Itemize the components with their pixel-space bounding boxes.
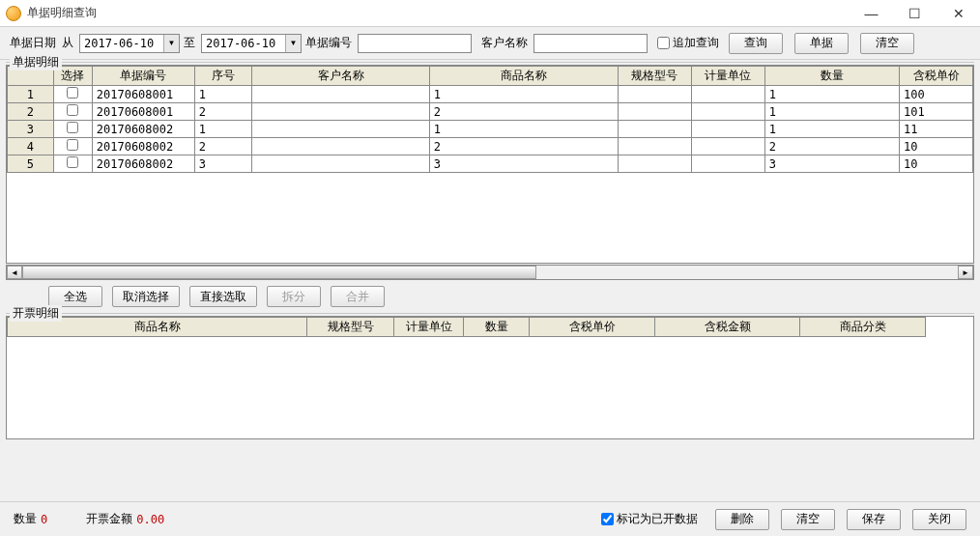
select-all-button[interactable]: 全选 <box>48 286 102 307</box>
cell-seq[interactable]: 2 <box>194 103 252 121</box>
date-to-input[interactable] <box>202 35 285 52</box>
col-unit[interactable]: 计量单位 <box>691 67 764 86</box>
maximize-button[interactable]: ☐ <box>893 0 937 27</box>
cell-qty[interactable]: 3 <box>764 155 899 173</box>
cell-docno[interactable]: 20170608001 <box>92 86 194 103</box>
date-to-dropdown-icon[interactable]: ▼ <box>285 35 301 52</box>
cell-qty[interactable]: 1 <box>764 121 899 138</box>
cell-customer[interactable] <box>252 155 429 173</box>
invoice-grid[interactable]: 商品名称 规格型号 计量单位 数量 含税单价 含税金额 商品分类 <box>6 316 974 439</box>
mark-check-input[interactable] <box>601 513 614 525</box>
cell-unit[interactable] <box>691 103 764 121</box>
inv-col-category[interactable]: 商品分类 <box>800 318 926 337</box>
cell-spec[interactable] <box>618 103 691 121</box>
doc-button[interactable]: 单据 <box>794 33 849 54</box>
col-spec[interactable]: 规格型号 <box>618 67 691 86</box>
split-button[interactable]: 拆分 <box>267 286 321 307</box>
query-button[interactable]: 查询 <box>729 33 783 54</box>
row-select-checkbox[interactable] <box>67 87 78 99</box>
cell-unit[interactable] <box>691 121 764 138</box>
col-seq[interactable]: 序号 <box>194 67 252 86</box>
row-select-checkbox[interactable] <box>67 122 78 133</box>
col-price[interactable]: 含税单价 <box>900 67 973 86</box>
row-select-cell[interactable] <box>53 86 92 103</box>
date-from-input[interactable] <box>80 35 163 52</box>
table-row[interactable]: 32017060800211111 <box>8 121 973 138</box>
inv-col-amount[interactable]: 含税金额 <box>655 318 800 337</box>
cell-price[interactable]: 10 <box>900 155 973 173</box>
row-select-cell[interactable] <box>53 155 92 173</box>
cell-seq[interactable]: 3 <box>194 155 252 173</box>
cell-docno[interactable]: 20170608002 <box>92 155 194 173</box>
customer-input[interactable] <box>533 34 648 53</box>
cell-price[interactable]: 101 <box>900 103 973 121</box>
cell-product[interactable]: 3 <box>429 155 618 173</box>
cell-docno[interactable]: 20170608001 <box>92 103 194 121</box>
cell-spec[interactable] <box>618 138 691 155</box>
scroll-left-icon[interactable]: ◄ <box>7 266 22 279</box>
cell-docno[interactable]: 20170608002 <box>92 121 194 138</box>
row-select-checkbox[interactable] <box>67 104 78 116</box>
cell-spec[interactable] <box>618 155 691 173</box>
cell-spec[interactable] <box>618 121 691 138</box>
row-select-cell[interactable] <box>53 103 92 121</box>
date-from-dropdown-icon[interactable]: ▼ <box>163 35 179 52</box>
inv-col-spec[interactable]: 规格型号 <box>307 318 394 337</box>
inv-col-price[interactable]: 含税单价 <box>530 318 655 337</box>
scroll-thumb[interactable] <box>22 266 536 279</box>
cell-unit[interactable] <box>691 86 764 103</box>
clear-query-button[interactable]: 清空 <box>860 33 914 54</box>
merge-button[interactable]: 合并 <box>331 286 385 307</box>
table-row[interactable]: 42017060800222210 <box>8 138 973 155</box>
cell-price[interactable]: 10 <box>900 138 973 155</box>
col-customer[interactable]: 客户名称 <box>252 67 429 86</box>
cell-seq[interactable]: 2 <box>194 138 252 155</box>
append-query-checkbox[interactable]: 追加查询 <box>657 35 719 51</box>
cell-product[interactable]: 1 <box>429 121 618 138</box>
row-select-checkbox[interactable] <box>67 156 78 168</box>
cell-docno[interactable]: 20170608002 <box>92 138 194 155</box>
date-from-combo[interactable]: ▼ <box>79 34 180 53</box>
cell-qty[interactable]: 1 <box>764 86 899 103</box>
table-row[interactable]: 52017060800233310 <box>8 155 973 173</box>
close-button[interactable]: ✕ <box>937 0 980 27</box>
cell-seq[interactable]: 1 <box>194 86 252 103</box>
table-row[interactable]: 120170608001111100 <box>8 86 973 103</box>
mark-checkbox[interactable]: 标记为已开数据 <box>601 511 698 527</box>
clear-invoice-button[interactable]: 清空 <box>781 509 835 530</box>
col-docno[interactable]: 单据编号 <box>92 67 194 86</box>
cell-customer[interactable] <box>252 86 429 103</box>
cell-price[interactable]: 100 <box>900 86 973 103</box>
deselect-button[interactable]: 取消选择 <box>112 286 180 307</box>
row-select-cell[interactable] <box>53 138 92 155</box>
delete-button[interactable]: 删除 <box>715 509 769 530</box>
row-select-cell[interactable] <box>53 121 92 138</box>
row-select-checkbox[interactable] <box>67 139 78 151</box>
direct-pick-button[interactable]: 直接选取 <box>189 286 257 307</box>
cell-customer[interactable] <box>252 121 429 138</box>
cell-product[interactable]: 1 <box>429 86 618 103</box>
scroll-right-icon[interactable]: ► <box>958 266 973 279</box>
append-query-check-input[interactable] <box>657 37 670 49</box>
cell-qty[interactable]: 1 <box>764 103 899 121</box>
cell-product[interactable]: 2 <box>429 138 618 155</box>
inv-col-unit[interactable]: 计量单位 <box>394 318 464 337</box>
table-row[interactable]: 220170608001221101 <box>8 103 973 121</box>
inv-col-qty[interactable]: 数量 <box>464 318 530 337</box>
cell-price[interactable]: 11 <box>900 121 973 138</box>
cell-spec[interactable] <box>618 86 691 103</box>
col-qty[interactable]: 数量 <box>764 67 899 86</box>
close-app-button[interactable]: 关闭 <box>912 509 966 530</box>
cell-product[interactable]: 2 <box>429 103 618 121</box>
detail-grid[interactable]: 选择 单据编号 序号 客户名称 商品名称 规格型号 计量单位 数量 含税单价 1… <box>6 65 974 264</box>
detail-hscrollbar[interactable]: ◄ ► <box>6 265 974 280</box>
cell-seq[interactable]: 1 <box>194 121 252 138</box>
minimize-button[interactable]: — <box>850 0 893 27</box>
cell-customer[interactable] <box>252 138 429 155</box>
date-to-combo[interactable]: ▼ <box>201 34 302 53</box>
cell-unit[interactable] <box>691 155 764 173</box>
doc-no-input[interactable] <box>358 34 472 53</box>
cell-customer[interactable] <box>252 103 429 121</box>
cell-unit[interactable] <box>691 138 764 155</box>
scroll-track[interactable] <box>22 266 958 279</box>
